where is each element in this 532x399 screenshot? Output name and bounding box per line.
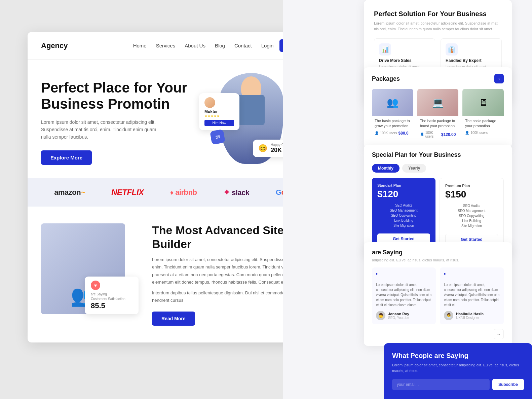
package-price-2: $120.00 (441, 132, 456, 137)
packages-header: Packages › (372, 74, 504, 83)
standard-feature-4: Link Building (377, 219, 430, 222)
saying-next-arrow[interactable]: → (494, 329, 504, 339)
packages-grid: 👥 The basic package to grow your promoti… (372, 89, 504, 141)
float-mail-icon: ✉ (210, 129, 225, 145)
users-icon-3: 👤 (465, 131, 469, 135)
brands-section: amazon~ NETFLIX ♦ airbnb ✦ slack Google (28, 178, 327, 207)
premium-feature-3: SEO Copywriting (445, 214, 498, 218)
slack-logo: ✦ slack (223, 188, 250, 197)
tab-yearly[interactable]: Yearly (402, 164, 426, 173)
premium-feature-2: SEO Management (445, 209, 498, 213)
nav-contact[interactable]: Contact (234, 43, 252, 49)
package-card-3[interactable]: 🖥 The basic package your promotion 👤 100… (462, 89, 504, 141)
explore-more-button[interactable]: Explore More (41, 150, 92, 165)
quote-icon-1: " (376, 271, 432, 280)
nav-home[interactable]: Home (133, 43, 147, 49)
heart-icon: ♥ (91, 281, 100, 290)
package-price-1: $80.0 (398, 131, 409, 136)
package-users-1: 100K users (380, 131, 397, 135)
standard-feature-5: Site Migration (377, 224, 430, 227)
nav-links: Home Services About Us Blog Contact (133, 43, 252, 49)
premium-feature-5: Site Migration (445, 224, 498, 228)
nav-about[interactable]: About Us (185, 43, 205, 49)
email-input[interactable] (392, 379, 490, 390)
package-info-3: The basic package your promotion 👤 100K … (462, 116, 504, 137)
what-people-desc: Lorem ipsum dolor sit amet, consectetur … (392, 362, 524, 373)
subscribe-row: Subscribe (392, 379, 524, 390)
author-name-2: Hasibulla Hasib (456, 312, 484, 316)
package-info-2: The basic package to boost your promotio… (417, 116, 459, 141)
hero-section: Perfect Place for Your Business Promotin… (28, 60, 327, 178)
customers-satisfaction-card: ♥ are Saying Customers Satisfaction 85.5 (85, 277, 139, 314)
package-name-3: The basic package your promotion (465, 118, 501, 129)
special-plan-title: Special Plan for Your Business (372, 151, 504, 158)
package-users-3: 100K users (470, 131, 488, 135)
main-page-card: Agency Home Services About Us Blog Conta… (28, 32, 327, 342)
sat-label-text: Customers Satisfaction (91, 297, 132, 301)
package-info-1: The basic package to grow your promotion… (372, 116, 413, 138)
standard-feature-2: SEO Management (377, 209, 430, 212)
airbnb-logo: ♦ airbnb (170, 188, 197, 197)
author-2: 👨‍💼 Hasibulla Hasib UX/UI Designer (444, 311, 500, 320)
author-info-2: Hasibulla Hasib UX/UI Designer (456, 312, 484, 320)
special-plan-section: Special Plan for Your Business Monthly Y… (364, 145, 512, 258)
sat-label: are Saying (91, 292, 132, 297)
testimonials-list: " Lorem ipsum dolor sit amet, consectetu… (372, 267, 504, 324)
package-meta-1: 👤 100K users $80.0 (375, 131, 411, 136)
testimonial-1: " Lorem ipsum dolor sit amet, consectetu… (372, 267, 436, 324)
author-name-1: Jonson Roy (388, 312, 409, 316)
premium-plan-name: Premium Plan (445, 184, 498, 188)
package-image-3: 🖥 (462, 89, 504, 116)
what-people-section: What People are Saying Lorem ipsum dolor… (384, 343, 532, 399)
login-link[interactable]: Login (261, 43, 274, 48)
nav-services[interactable]: Services (156, 43, 176, 49)
author-role-1: SEO, Youtube (388, 316, 409, 320)
premium-feature-1: SEO Audits (445, 204, 498, 208)
about-section: ♥ are Saying Customers Satisfaction 85.5… (28, 207, 327, 342)
package-name-1: The basic package to grow your promotion (375, 118, 411, 129)
package-name-2: The basic package to boost your promotio… (420, 118, 456, 129)
testimonial-text-1: Lorem ipsum dolor sit amet, consectetur … (376, 282, 432, 307)
testimonial-text-2: Lorem ipsum dolor sit amet, consectetur … (444, 282, 500, 307)
subscribe-button[interactable]: Subscribe (492, 379, 524, 390)
standard-plan-card: Standart Plan $120 SEO Audits SEO Manage… (372, 178, 435, 251)
avatar-2: 👨‍💼 (444, 311, 453, 320)
quote-icon-2: " (444, 271, 500, 280)
feature-title-2: Handled By Expert (446, 58, 497, 63)
hire-name: Mukter (204, 109, 234, 114)
netflix-logo: NETFLIX (111, 188, 144, 197)
package-card-2[interactable]: 💻 The basic package to boost your promot… (417, 89, 459, 141)
package-meta-3: 👤 100K users (465, 131, 501, 135)
users-icon-2: 👤 (420, 133, 424, 136)
chart-icon: 📊 (379, 43, 391, 56)
saying-desc: adipiscing elit. Eu vel ac risus, dictus… (372, 258, 504, 262)
right-panel: Perfect Solution For Your Business Lorem… (283, 0, 532, 399)
standard-plan-name: Standart Plan (377, 183, 430, 187)
saying-navigation: → (372, 329, 504, 339)
standard-feature-3: SEO Copywriting (377, 214, 430, 217)
hero-title: Perfect Place for Your Business Promotin (41, 80, 202, 112)
expert-icon: 👔 (446, 43, 458, 56)
what-people-title: What People are Saying (392, 352, 524, 360)
author-role-2: UX/UI Designer (456, 316, 484, 320)
package-users-2: 100K users (425, 131, 440, 138)
package-image-1: 👥 (372, 89, 413, 116)
nav-blog[interactable]: Blog (215, 43, 225, 49)
tab-monthly[interactable]: Monthly (372, 164, 400, 173)
feature-title-1: Drive More Sales (379, 58, 430, 63)
amazon-logo: amazon~ (54, 188, 85, 197)
premium-plan-price: $150 (445, 189, 498, 200)
hire-now-button[interactable]: Hire Now (204, 120, 234, 126)
read-more-button[interactable]: Read More (152, 312, 195, 326)
saying-section: are Saying adipiscing elit. Eu vel ac ri… (364, 242, 512, 346)
package-meta-2: 👤 100K users $120.00 (420, 131, 456, 138)
hire-stars: ★★★★★ (204, 114, 234, 118)
author-1: 👨 Jonson Roy SEO, Youtube (376, 311, 432, 320)
hero-description: Lorem ipsum dolor sit amet, consectetur … (41, 118, 165, 141)
package-card-1[interactable]: 👥 The basic package to grow your promoti… (372, 89, 413, 141)
packages-arrow[interactable]: › (494, 74, 504, 83)
navbar: Agency Home Services About Us Blog Conta… (28, 32, 327, 60)
saying-title: are Saying (372, 249, 504, 256)
perfect-desc: Lorem ipsum dolor sit amet, consectetur … (374, 21, 502, 32)
users-icon-1: 👤 (375, 131, 379, 135)
